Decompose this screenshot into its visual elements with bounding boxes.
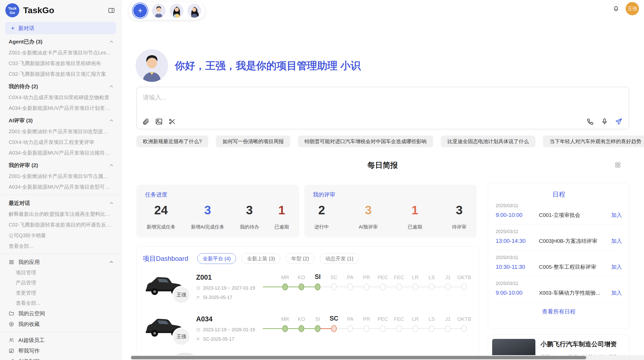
milestone-label: LR: [407, 275, 423, 280]
schedule-event: 2025/03/119:00-10:00C001-立项审批会加入: [496, 199, 622, 224]
milestone-label: MR: [277, 316, 293, 322]
sidebar-toggle-icon[interactable]: [108, 7, 115, 14]
event-main: 9:00-10:00C001-立项审批会加入: [496, 212, 622, 219]
image-icon[interactable]: [155, 118, 163, 125]
plus-icon: [10, 26, 15, 31]
stat-value: 3: [246, 203, 253, 217]
suggestion-chip[interactable]: 如何写一份清晰的项目周报: [216, 136, 290, 147]
schedule-card: 日程 2025/03/119:00-10:00C001-立项审批会加入2025/…: [488, 183, 630, 328]
milestone-segment: [263, 328, 282, 329]
event-join-link[interactable]: 加入: [611, 289, 622, 296]
send-icon[interactable]: [615, 118, 623, 125]
sidebar-link-folder[interactable]: 我的云空间: [0, 308, 121, 319]
clock-icon: [196, 286, 200, 290]
event-title: X003-车辆动力学性能验...: [539, 289, 608, 296]
view-all-chats-link[interactable]: 查看全部...: [0, 241, 121, 251]
milestone-segment: [304, 287, 315, 287]
dashboard-tab[interactable]: 动总开发 (1): [320, 253, 359, 264]
clock-icon: [196, 328, 200, 332]
event-join-link[interactable]: 加入: [611, 263, 622, 271]
scissors-icon[interactable]: [168, 118, 176, 125]
agent-avatar-2[interactable]: [170, 4, 183, 18]
chat-composer: [136, 87, 629, 129]
milestone-label: LR: [407, 316, 423, 322]
event-title: C005-整车工程目标评审: [539, 263, 608, 271]
project-flag-text: SC-2025-05-17: [203, 337, 234, 342]
sidebar-item[interactable]: Z001-全新燃油轻卡产品开发项目SI节点属性5D文件评审: [0, 171, 121, 182]
sidebar-link-star-circle[interactable]: 我的收藏: [0, 319, 121, 329]
sidebar-item[interactable]: A034-全新新能源MUV产品开发项目计划变更表编写: [0, 103, 121, 113]
milestone-node: [282, 283, 288, 290]
view-all-apps-link[interactable]: 查看全部...: [0, 298, 121, 308]
chat-input[interactable]: [137, 87, 629, 111]
task-progress-stats: 24新增完成任务3新增AI完成任务3我的待办1已逾期: [145, 203, 290, 230]
add-agent-button[interactable]: [133, 3, 148, 18]
milestone-label: J1: [440, 275, 456, 280]
sidebar-tool-write[interactable]: 帮我写作: [0, 346, 121, 356]
dashboard-tab[interactable]: 全新平台 (4): [197, 253, 236, 264]
milestone-segment: [369, 328, 380, 329]
sidebar-item[interactable]: A034-全新新能源MUV产品开发项目造型可行性评审: [0, 182, 121, 192]
composer-left-actions: [142, 118, 176, 125]
dashboard-tab[interactable]: 年型 (2): [286, 253, 314, 264]
view-all-schedule-link[interactable]: 查看所有日程: [496, 308, 622, 316]
chevron-up-icon: [109, 163, 114, 168]
sidebar-item[interactable]: C0X4-动力总成开发项目SI里程碑提交物检查: [0, 92, 121, 103]
my-apps-header[interactable]: 我的应用: [0, 257, 121, 267]
sidebar-tool-feather[interactable]: 创意制图: [0, 356, 121, 360]
taskgo-app: Task Go TaskGo 新对话 Agent已办 (3)Z001-全新燃油皮…: [0, 0, 644, 360]
milestone-segment: [386, 287, 396, 287]
sidebar-section-header[interactable]: 我的待办 (2): [0, 81, 121, 92]
sidebar-section-header[interactable]: 我的评审 (2): [0, 160, 121, 171]
event-time: 9:00-10:00: [496, 212, 539, 218]
recent-chat-item[interactable]: C02-飞腾新能源轻客改款项目的闭环通告反馈情况: [0, 219, 121, 230]
milestone-segment: [451, 287, 461, 287]
event-time: 13:00-14:30: [496, 238, 539, 244]
app-item[interactable]: 变更管理: [0, 288, 121, 298]
project-code: A034: [196, 315, 260, 323]
event-join-link[interactable]: 加入: [611, 212, 622, 219]
sidebar-item[interactable]: Z001-全新燃油轻卡产品开发项目SI造型提交物评审: [0, 126, 121, 137]
attachment-icon[interactable]: [142, 118, 150, 125]
horizontal-scrollbar[interactable]: [130, 355, 644, 360]
new-chat-button[interactable]: 新对话: [5, 22, 116, 34]
recent-chats-header[interactable]: 最近对话: [0, 198, 121, 209]
user-avatar[interactable]: 王强: [626, 2, 639, 15]
sidebar-item[interactable]: C02-飞腾新能源轻客改款项目里程碑画布: [0, 58, 121, 69]
sidebar-tool-people[interactable]: AI超级员工: [0, 335, 121, 346]
app-item[interactable]: 产品管理: [0, 278, 121, 288]
sidebar-item[interactable]: Z001-全新燃油皮卡产品开发项目SI节点Lesson Learn报告: [0, 47, 121, 58]
chevron-up-icon: [109, 84, 114, 89]
sidebar-section-header[interactable]: Agent已办 (3): [0, 36, 121, 47]
microphone-icon[interactable]: [601, 118, 608, 125]
milestone-label: SI: [310, 273, 326, 280]
sidebar-item[interactable]: C0X4-动力总成开发项目工程变更评审: [0, 137, 121, 147]
daily-briefing-title: 每日简报: [121, 160, 644, 171]
divider: [0, 332, 121, 332]
sidebar-section-header[interactable]: AI评审 (3): [0, 115, 121, 126]
suggestion-chip[interactable]: 比亚迪全固态电池计划具体说了什么: [441, 136, 535, 147]
dashboard-tab[interactable]: 全新上装 (3): [242, 253, 280, 264]
event-time: 10:30-11:30: [496, 264, 539, 270]
suggestion-chip[interactable]: 当下年轻人对汽车外观有怎样的喜好趋势: [543, 136, 644, 147]
my-review-stats: 2进行中3AI预评审1已逾期3待评审: [313, 203, 468, 230]
sidebar-item[interactable]: C02-飞腾新能源轻客改款项目立项汇报方案: [0, 69, 121, 79]
grid-layout-icon[interactable]: [614, 162, 621, 168]
milestone-node: [396, 283, 402, 290]
suggestion-chip[interactable]: 特朗普可能对进口汽车增税会对中国车企造成哪些影响: [298, 136, 433, 147]
plus-icon: [137, 7, 143, 14]
recent-chat-item[interactable]: 公司Q3轻卡销量: [0, 230, 121, 241]
scrollbar-thumb[interactable]: [131, 356, 586, 359]
agent-avatar-1[interactable]: [152, 4, 166, 18]
agent-avatar-3[interactable]: [187, 4, 201, 18]
stat-label: 进行中: [314, 224, 329, 230]
phone-icon[interactable]: [587, 118, 594, 125]
recent-chat-item[interactable]: 解释最新出台的欧盟报废车法规再生塑料比例被调至15%...: [0, 209, 121, 219]
sidebar-item[interactable]: A034-全新新能源MUV产品开发项目法规符合性评审: [0, 147, 121, 158]
event-join-link[interactable]: 加入: [611, 237, 622, 245]
milestone-node: [364, 325, 369, 332]
notification-bell-icon[interactable]: [612, 5, 620, 12]
suggestion-chip[interactable]: 欧洲新规最近颁布了什么?: [136, 136, 208, 147]
folder-icon: [9, 311, 14, 316]
app-item[interactable]: 项目管理: [0, 267, 121, 278]
